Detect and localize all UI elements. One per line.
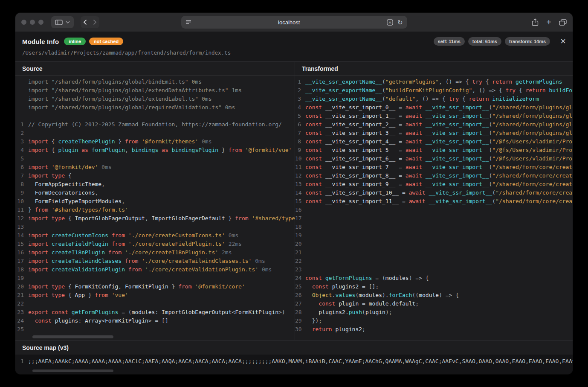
code-text: plugins2.push(plugin); bbox=[305, 308, 392, 317]
code-line: 22 bbox=[15, 300, 295, 308]
code-line: 8const __vite_ssr_import_4__ = await __v… bbox=[295, 137, 573, 146]
code-line: 19 bbox=[295, 231, 573, 240]
line-number: 25 bbox=[15, 325, 28, 334]
code-text: import "/shared/form/plugins/global/exte… bbox=[28, 95, 211, 103]
translate-icon[interactable]: A bbox=[387, 19, 393, 26]
line-number: 20 bbox=[295, 240, 305, 248]
code-line: 2 bbox=[15, 129, 295, 137]
line-number: 5 bbox=[295, 112, 305, 120]
line-number bbox=[15, 95, 28, 103]
line-number: 20 bbox=[15, 282, 28, 291]
code-text: import type { FormKitConfig, FormKitPlug… bbox=[28, 282, 245, 291]
share-icon[interactable] bbox=[532, 18, 539, 26]
code-line: 27 const plugin = module.default; bbox=[295, 300, 573, 308]
line-number: 24 bbox=[295, 274, 305, 282]
window-controls bbox=[21, 20, 43, 25]
new-tab-icon[interactable]: + bbox=[546, 18, 551, 26]
source-code[interactable]: import "/shared/form/plugins/global/bind… bbox=[15, 76, 295, 340]
line-number: 8 bbox=[15, 180, 28, 189]
code-line: 18import createValidationPlugin from './… bbox=[15, 265, 295, 274]
code-line: 6import '@formkit/dev' 0ms bbox=[15, 163, 295, 172]
code-line: 26 Object.values(modules).forEach((modul… bbox=[295, 291, 573, 300]
back-button[interactable] bbox=[83, 19, 87, 25]
svg-text:A: A bbox=[389, 20, 391, 24]
window-bottom-bar bbox=[15, 367, 573, 374]
browser-toolbar: localhost A ↻ + bbox=[15, 13, 573, 32]
minimize-window-button[interactable] bbox=[30, 20, 35, 25]
code-text: const __vite_ssr_import_9__ = await __vi… bbox=[305, 180, 573, 189]
line-number: 13 bbox=[15, 223, 28, 231]
url-actions: A ↻ bbox=[387, 19, 403, 26]
reader-icon[interactable] bbox=[185, 20, 191, 25]
sidebar-toggle-button[interactable] bbox=[51, 16, 74, 28]
toolbar-right: + bbox=[532, 18, 567, 26]
code-line: 8 FormAppSpecificTheme, bbox=[15, 180, 295, 189]
source-horizontal-scrollbar[interactable] bbox=[32, 335, 113, 338]
code-text: import "/shared/form/plugins/global/requ… bbox=[28, 103, 235, 112]
code-text: } from '#shared/types/form.ts' bbox=[28, 206, 128, 214]
sourcemap-horizontal-scrollbar[interactable] bbox=[32, 370, 113, 372]
forward-button[interactable] bbox=[93, 19, 97, 25]
code-text: import type { App } from 'vue' bbox=[28, 291, 128, 300]
line-number: 23 bbox=[295, 265, 305, 274]
code-line: 18 bbox=[295, 223, 573, 231]
code-line: import "/shared/form/plugins/global/exte… bbox=[15, 86, 295, 95]
line-number: 8 bbox=[295, 137, 305, 146]
line-number: 11 bbox=[15, 206, 28, 214]
code-line: 4const __vite_ssr_import_0__ = await __v… bbox=[295, 103, 573, 112]
code-line: 16 bbox=[295, 206, 573, 214]
code-line: 23export const getFormPlugins = (modules… bbox=[15, 308, 295, 317]
url-text[interactable]: localhost bbox=[191, 19, 387, 26]
source-map-line[interactable]: 1 ;;;AAEA;AAAkC;AAAA;AAAA;AAAA;AAClC;AAE… bbox=[15, 355, 573, 367]
browser-window: localhost A ↻ + bbox=[15, 13, 573, 374]
line-number: 11 bbox=[295, 163, 305, 172]
close-icon[interactable]: × bbox=[560, 38, 566, 45]
code-line: 12const __vite_ssr_import_8__ = await __… bbox=[295, 172, 573, 180]
code-line: 1// Copyright (C) 2012-2025 Zammad Found… bbox=[15, 120, 295, 129]
code-text: import createCustomIcons from './core/cr… bbox=[28, 231, 238, 240]
line-number: 9 bbox=[15, 189, 28, 197]
code-line: 4import { plugin as formPlugin, bindings… bbox=[15, 146, 295, 154]
code-line: 19 bbox=[15, 274, 295, 282]
close-window-button[interactable] bbox=[21, 20, 26, 25]
line-number bbox=[15, 112, 28, 120]
code-text: FormDecoratorIcons, bbox=[28, 189, 98, 197]
code-text: const __vite_ssr_import_10__ = await __v… bbox=[305, 189, 573, 197]
code-line: 20 bbox=[295, 240, 573, 248]
code-line: 21import type { App } from 'vue' bbox=[15, 291, 295, 300]
line-number: 26 bbox=[295, 291, 305, 300]
code-line: 28 plugins2.push(plugin); bbox=[295, 308, 573, 317]
timing-badges: self: 11mstotal: 61mstransform: 14ms bbox=[434, 37, 550, 46]
zoom-window-button[interactable] bbox=[38, 20, 43, 25]
code-text: import type { ImportGlobEagerOutput, Imp… bbox=[28, 214, 295, 223]
code-text: const __vite_ssr_import_0__ = await __vi… bbox=[305, 103, 573, 112]
reload-icon[interactable]: ↻ bbox=[397, 19, 403, 26]
line-number: 1 bbox=[15, 120, 28, 129]
source-map-mappings: ;;;AAEA;AAAkC;AAAA;AAAA;AAAA;AAClC;AAEA;… bbox=[28, 358, 573, 364]
code-line: 17 bbox=[295, 214, 573, 223]
code-text: import createValidationPlugin from './co… bbox=[28, 265, 272, 274]
code-text: const getFormPlugins = (modules) => { bbox=[305, 274, 429, 282]
code-line bbox=[15, 112, 295, 120]
line-number: 12 bbox=[295, 172, 305, 180]
code-line: 5const __vite_ssr_import_1__ = await __v… bbox=[295, 112, 573, 120]
transformed-code[interactable]: 1__vite_ssr_exportName__("getFormPlugins… bbox=[295, 76, 573, 340]
code-text: import createI18nPlugin from './core/cre… bbox=[28, 248, 232, 257]
code-text: import "/shared/form/plugins/global/bind… bbox=[28, 78, 202, 86]
code-text: const plugins: Array<FormKitPlugin> = [] bbox=[28, 317, 168, 325]
code-line: 12import type { ImportGlobEagerOutput, I… bbox=[15, 214, 295, 223]
address-bar[interactable]: localhost A ↻ bbox=[181, 16, 407, 29]
line-number: 24 bbox=[15, 317, 28, 325]
code-text: import createFieldPlugin from './core/cr… bbox=[28, 240, 242, 248]
line-number: 17 bbox=[15, 257, 28, 265]
tab-overview-icon[interactable] bbox=[559, 19, 567, 26]
line-number: 22 bbox=[15, 300, 28, 308]
line-number: 12 bbox=[15, 214, 28, 223]
code-line: 25 const plugins2 = []; bbox=[295, 282, 573, 291]
code-text: const plugin = module.default; bbox=[305, 300, 419, 308]
code-line: 2__vite_ssr_exportName__("buildFormKitPl… bbox=[295, 86, 573, 95]
line-number: 5 bbox=[15, 154, 28, 163]
line-number: 14 bbox=[295, 189, 305, 197]
line-number: 21 bbox=[15, 291, 28, 300]
code-text: const __vite_ssr_import_11__ = await __v… bbox=[305, 197, 573, 206]
